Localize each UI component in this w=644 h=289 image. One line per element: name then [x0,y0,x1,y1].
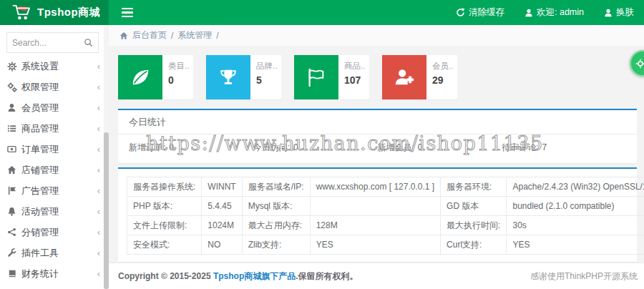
cogs-icon [7,82,21,92]
sidebar-item-label: 财务统计 [21,268,59,280]
stat-card-label: 品牌... [256,61,278,72]
sidebar-item-ads[interactable]: 广告管理 ‹ [0,180,109,201]
list-icon [7,124,21,133]
server-os-label: 服务器操作系统: [127,177,202,197]
sidebar-item-finance[interactable]: 财务统计 ‹ [0,263,109,284]
sidebar-item-label: 插件工具 [21,247,59,260]
sidebar-item-orders[interactable]: 订单管理 ‹ [0,139,109,160]
stat-today-visits: 今日访问:0 [253,142,378,154]
sidebar-scrollbar[interactable] [104,25,109,289]
change-skin-button[interactable]: 换肤 [604,6,634,19]
brand-logo[interactable]: Tpshop商城 [0,0,109,25]
sidebar-item-label: 订单管理 [21,143,59,156]
top-navbar: Tpshop商城 清除缓存 欢迎: admin [0,0,644,25]
stat-cards: 类目... 0 品牌.. [118,55,637,99]
mysql-version-value [310,197,440,216]
user-icon [7,103,21,112]
stat-new-orders: 新增订单:0 [129,142,253,154]
user-icon [525,9,533,17]
sidebar-item-partial[interactable]: 微信管理 ‹ [0,284,109,289]
max-exec-time-value: 30s [507,216,644,235]
stat-card-value: 29 [432,74,454,86]
chevron-left-icon: ‹ [97,227,100,237]
sidebar-item-label: 广告管理 [21,185,59,197]
sidebar-item-store[interactable]: 店铺管理 ‹ [0,160,109,180]
safe-mode-value: NO [202,235,242,255]
table-row: 安全模式: NO Zlib支持: YES Curl支持: YES [127,235,644,255]
upload-limit-value: 1024M [202,216,242,235]
stat-card-goods[interactable]: 商品... 107 [294,55,369,99]
thinkphp-credit: 感谢使用ThinkPHP开源系统 [530,270,638,283]
stat-card-label: 类目... [168,61,190,72]
server-info-panel: 服务器操作系统: WINNT 服务器域名/IP: www.xcxshop.com… [118,167,637,262]
curl-label: Curl支持: [441,235,507,255]
stat-card-value: 0 [168,74,190,86]
server-env-value: Apache/2.4.23 (Win32) OpenSSL/1.0.2j PHP… [507,177,644,197]
sidebar-item-plugins[interactable]: 插件工具 ‹ [0,243,109,263]
server-env-label: 服务器环境: [441,177,507,197]
table-row: 服务器操作系统: WINNT 服务器域名/IP: www.xcxshop.com… [127,177,644,197]
chevron-left-icon: ‹ [97,123,100,134]
stat-card-members[interactable]: 会员... 29 [382,55,457,99]
stat-card-label: 商品... [344,61,366,72]
sidebar-item-permissions[interactable]: 权限管理 ‹ [0,77,109,97]
clear-cache-label: 清除缓存 [469,6,504,19]
safe-mode-label: 安全模式: [127,235,202,255]
refresh-icon [456,8,465,17]
table-row: PHP 版本: 5.4.45 Mysql 版本: GD 版本 bundled (… [127,197,644,216]
sidebar-item-system-settings[interactable]: 系统设置 ‹ [0,56,109,77]
sidebar-item-label: 店铺管理 [21,164,59,177]
copyright-text: Copyright © 2015-2025 Tpshop商城旗下产品.保留所有权… [118,270,358,283]
breadcrumb-item-home[interactable]: 后台首页 [132,29,167,41]
stat-card-brands[interactable]: 品牌... 5 [206,55,281,99]
sidebar-item-distribution[interactable]: 分销管理 ‹ [0,222,109,243]
scrollbar-thumb[interactable] [104,132,109,289]
gd-version-label: GD 版本 [441,197,507,216]
php-version-label: PHP 版本: [127,197,202,216]
sidebar-item-label: 会员管理 [21,102,59,114]
brand-link[interactable]: Tpshop商城旗下产品 [213,271,296,281]
today-stats-panel: 今日统计 新增订单:0 今日访问:0 新增会员:0 待审评论:7 [118,109,637,163]
search-input[interactable] [12,38,84,48]
main-content: 后台首页 / 系统管理 / 类目... 0 [109,25,644,289]
flag-icon [294,55,338,99]
chevron-left-icon: ‹ [97,165,100,175]
home-icon [119,31,128,40]
book-icon [7,269,21,278]
sidebar-item-members[interactable]: 会员管理 ‹ [0,97,109,118]
search-icon[interactable] [84,38,93,47]
flag-icon [7,186,21,195]
skin-icon [604,9,613,17]
chevron-left-icon: ‹ [97,248,100,258]
max-memory-label: 最大占用内存: [242,216,310,235]
trophy-icon [206,55,250,99]
sidebar-toggle-icon[interactable] [117,4,137,22]
sidebar-item-label: 权限管理 [21,81,59,94]
table-row: 文件上传限制: 1024M 最大占用内存: 128M 最大执行时间: 30s [127,216,644,235]
chevron-left-icon: ‹ [97,144,100,155]
chevron-left-icon: ‹ [97,268,100,279]
chevron-left-icon: ‹ [97,61,100,72]
clear-cache-button[interactable]: 清除缓存 [456,6,504,19]
sidebar-item-activities[interactable]: 活动管理 ‹ [0,201,109,222]
cart-icon [11,4,31,21]
user-plus-icon [382,55,426,99]
sidebar-item-label: 分销管理 [21,226,59,239]
sidebar: 系统设置 ‹ 权限管理 [0,25,109,289]
breadcrumb-item-system[interactable]: 系统管理 [177,29,212,41]
mysql-version-label: Mysql 版本: [242,197,310,216]
leaf-icon [118,55,162,99]
panel-title: 今日统计 [118,110,637,134]
welcome-user[interactable]: 欢迎: admin [525,6,584,19]
share-icon [7,227,21,237]
breadcrumb-separator: / [216,31,218,41]
chevron-left-icon: ‹ [97,206,100,217]
sidebar-item-goods[interactable]: 商品管理 ‹ [0,118,109,139]
footer: Copyright © 2015-2025 Tpshop商城旗下产品.保留所有权… [109,263,644,289]
gear-icon [7,62,21,72]
server-domain-label: 服务器域名/IP: [242,177,310,197]
order-icon [7,144,21,154]
home-icon [7,165,21,175]
stat-card-categories[interactable]: 类目... 0 [118,55,193,99]
stat-pending-reviews: 待审评论:7 [502,142,626,154]
